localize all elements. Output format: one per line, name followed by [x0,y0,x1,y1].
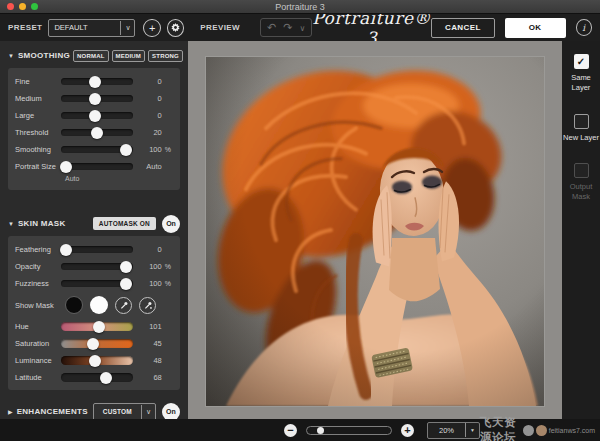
slider-handle-opacity[interactable] [120,261,132,273]
slider-track-medium[interactable] [61,95,133,102]
automask-on-button[interactable]: AUTOMASK ON [93,217,156,230]
slider-label-saturation: Saturation [15,339,61,348]
slider-track-hue[interactable] [61,322,133,331]
smoothing-preset-normal-button[interactable]: NORMAL [73,50,109,62]
slider-label-fine: Fine [15,77,61,86]
enhancements-preset-dropdown[interactable]: CUSTOM ∨ [93,403,156,421]
slider-row-portrait-size: Portrait SizeAuto [15,158,173,175]
undo-icon[interactable]: ↶ [267,21,276,34]
preset-dropdown[interactable]: DEFAULT ∨ [48,19,135,37]
history-chevron-icon[interactable]: ∨ [299,24,305,33]
slider-track-luminance[interactable] [61,356,133,365]
slider-value-fine: 0 [139,77,162,86]
preset-settings-button[interactable] [167,19,184,37]
layer-option-same-layer: ✓Same Layer [563,54,599,93]
slider-handle-portrait-size[interactable] [60,161,72,173]
slider-track-feathering[interactable] [61,246,133,253]
zoom-out-button[interactable]: − [284,424,297,437]
zoom-level-dropdown[interactable]: 20% ▼ [427,422,480,439]
toolbar: PRESET DEFAULT ∨ + PREVIEW ↶ ↷ ∨ Portrai… [0,14,600,42]
zoom-slider-handle[interactable] [317,427,324,434]
mask-white-swatch[interactable] [90,296,108,314]
triangle-down-icon[interactable]: ▼ [8,53,14,59]
eyedropper-add-button[interactable] [139,297,156,314]
slider-row-medium: Medium0 [15,90,173,107]
preview-image[interactable] [206,57,544,406]
slider-handle-feathering[interactable] [60,244,72,256]
slider-value-saturation: 45 [139,339,162,348]
slider-label-feathering: Feathering [15,245,61,254]
slider-row-opacity: Opacity100% [15,258,173,275]
slider-track-smoothing[interactable] [61,146,133,153]
chevron-down-icon: ▼ [465,423,479,437]
slider-handle-saturation[interactable] [87,338,99,350]
watermark: 飞天资源论坛 feitianws7.com [480,415,595,441]
slider-label-threshold: Threshold [15,128,61,137]
checkbox-new-layer[interactable] [574,114,589,129]
checkbox-same-layer[interactable]: ✓ [574,54,589,69]
window-controls [7,3,38,10]
slider-row-fine: Fine0 [15,73,173,90]
slider-handle-luminance[interactable] [89,355,101,367]
triangle-right-icon[interactable]: ▶ [8,408,13,415]
close-window-button[interactable] [7,3,14,10]
watermark-text: 飞天资源论坛 [480,415,521,441]
slider-handle-threshold[interactable] [91,127,103,139]
slider-row-latitude: Latitude68 [15,369,173,386]
slider-track-latitude[interactable] [61,373,133,382]
enhancements-title: ENHANCEMENTS [17,407,88,416]
slider-handle-fuzziness[interactable] [120,278,132,290]
checkbox-output-mask [574,163,589,178]
slider-handle-smoothing[interactable] [120,144,132,156]
slider-track-fine[interactable] [61,78,133,85]
slider-track-opacity[interactable] [61,263,133,270]
slider-handle-hue[interactable] [93,321,105,333]
mask-black-swatch[interactable] [65,296,83,314]
slider-label-latitude: Latitude [15,373,61,382]
eyedropper-plus-icon [144,301,152,309]
minimize-window-button[interactable] [19,3,26,10]
eyedropper-button[interactable] [115,297,132,314]
layer-panel: ✓Same LayerNew LayerOutput Mask [562,41,600,419]
plus-icon: + [149,22,155,34]
slider-track-threshold[interactable] [61,129,133,136]
gear-icon [171,23,180,32]
slider-track-large[interactable] [61,112,133,119]
window-title: Portraiture 3 [0,2,600,12]
slider-handle-medium[interactable] [89,93,101,105]
slider-label-medium: Medium [15,94,61,103]
slider-label-large: Large [15,111,61,120]
chevron-down-icon: ∨ [120,21,134,35]
slider-value-opacity: 100 [139,262,162,271]
zoom-in-button[interactable]: + [401,424,414,437]
slider-track-saturation[interactable] [61,339,133,348]
history-controls: ↶ ↷ ∨ [260,18,312,37]
zoom-window-button[interactable] [31,3,38,10]
skin-mask-on-toggle[interactable]: On [162,215,180,233]
slider-unit-fuzziness: % [162,280,173,287]
enhancements-section-header: ▶ ENHANCEMENTS CUSTOM ∨ On [8,403,180,420]
watermark-icon [536,425,547,436]
enhancements-on-toggle[interactable]: On [162,403,180,421]
slider-handle-large[interactable] [89,110,101,122]
cancel-button[interactable]: CANCEL [431,18,495,38]
redo-icon[interactable]: ↷ [283,21,292,34]
info-button[interactable]: i [576,19,592,36]
slider-value-threshold: 20 [139,128,162,137]
add-preset-button[interactable]: + [143,19,160,37]
slider-value-large: 0 [139,111,162,120]
skin-mask-sliders: Feathering0Opacity100%Fuzziness100% [15,241,173,292]
controls-panel: ▼ SMOOTHING NORMAL MEDIUM STRONG Fine0Me… [0,41,188,419]
slider-value-portrait-size: Auto [139,162,162,171]
slider-handle-latitude[interactable] [100,372,112,384]
smoothing-preset-strong-button[interactable]: STRONG [148,50,183,62]
slider-unit-smoothing: % [162,146,173,153]
triangle-down-icon[interactable]: ▼ [8,221,14,227]
portrait-illustration [206,57,544,406]
zoom-slider[interactable] [306,426,392,435]
smoothing-preset-medium-button[interactable]: MEDIUM [112,50,146,62]
slider-handle-fine[interactable] [89,76,101,88]
slider-track-fuzziness[interactable] [61,280,133,287]
ok-button[interactable]: OK [505,18,566,38]
slider-track-portrait-size[interactable] [61,163,133,170]
